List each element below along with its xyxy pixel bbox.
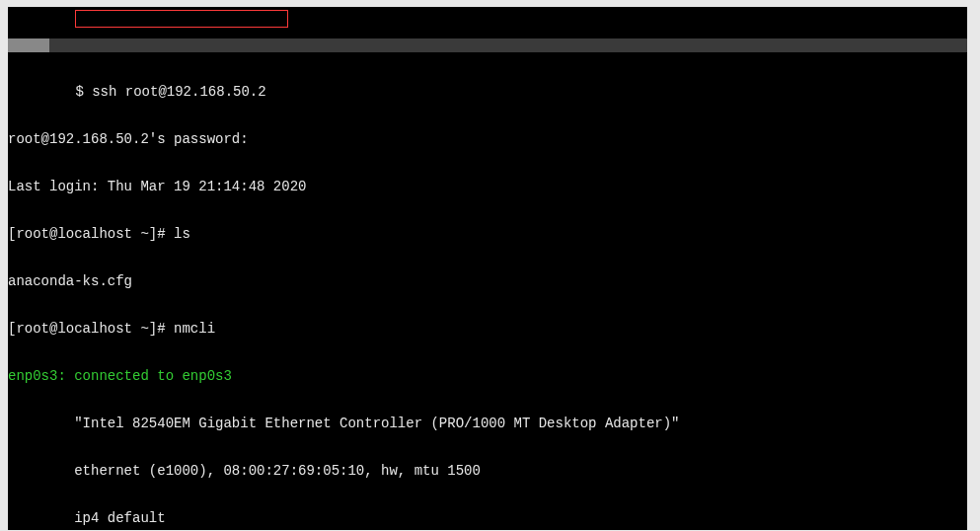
titlebar-patch <box>8 38 49 52</box>
shell-prompt-nmcli: [root@localhost ~]# nmcli <box>8 321 967 337</box>
enp0s3-desc: "Intel 82540EM Gigabit Ethernet Controll… <box>8 416 967 431</box>
last-login: Last login: Thu Mar 19 21:14:48 2020 <box>8 179 967 194</box>
enp0s3-ip4default: ip4 default <box>8 510 967 526</box>
shell-prompt-ls: [root@localhost ~]# ls <box>8 226 967 242</box>
ssh-command: $ ssh root@192.168.50.2 <box>16 84 265 100</box>
enp0s3-header: enp0s3: connected to enp0s3 <box>8 368 967 384</box>
ls-output: anaconda-ks.cfg <box>8 273 967 289</box>
password-prompt: root@192.168.50.2's password: <box>8 131 967 147</box>
terminal-window[interactable]: $ ssh root@192.168.50.2 root@192.168.50.… <box>8 7 967 530</box>
window-titlebar <box>8 38 967 52</box>
enp0s3-mac: ethernet (e1000), 08:00:27:69:05:10, hw,… <box>8 463 967 479</box>
